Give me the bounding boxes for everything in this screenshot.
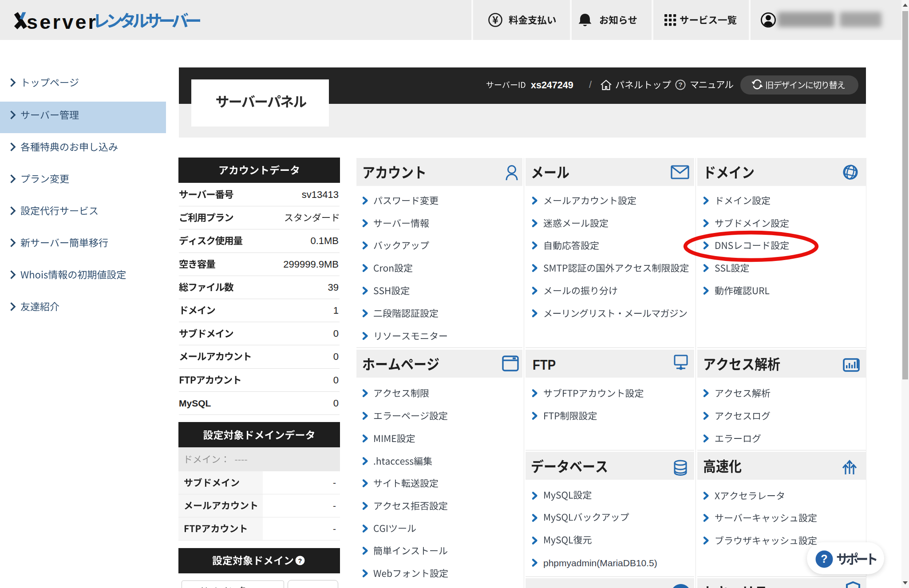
svg-text:phpmyadmin(MariaDB10.5): phpmyadmin(MariaDB10.5): [543, 558, 657, 568]
svg-text:39: 39: [328, 282, 339, 293]
svg-text:1: 1: [333, 305, 339, 316]
svg-text:0.1MB: 0.1MB: [310, 235, 339, 246]
svg-text:-: -: [333, 478, 336, 488]
svg-text:-: -: [333, 524, 336, 534]
svg-text:sv13413: sv13413: [302, 189, 339, 200]
svg-text:0: 0: [333, 328, 339, 339]
svg-text:-: -: [333, 501, 336, 511]
svg-text:0: 0: [333, 375, 339, 386]
svg-text:MySQL: MySQL: [179, 398, 211, 408]
svg-text:0: 0: [333, 351, 339, 362]
svg-text:0: 0: [333, 398, 339, 409]
svg-text:299999.9MB: 299999.9MB: [283, 259, 339, 270]
